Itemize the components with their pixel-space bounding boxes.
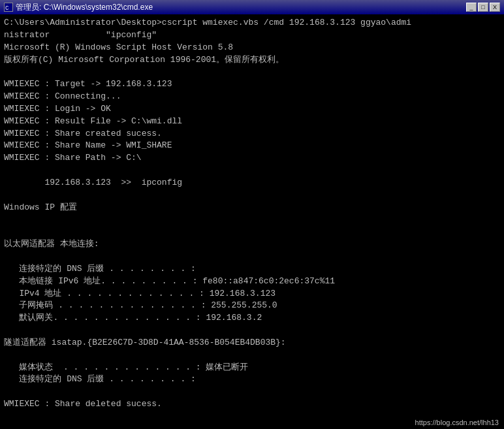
cmd-icon: C bbox=[4, 3, 13, 12]
console-area[interactable]: C:\Users\Administrator\Desktop>cscript w… bbox=[0, 14, 504, 416]
minimize-button[interactable]: _ bbox=[466, 3, 477, 12]
maximize-button[interactable]: □ bbox=[478, 3, 488, 12]
title-bar-left: C 管理员: C:\Windows\system32\cmd.exe bbox=[4, 2, 153, 13]
window: C 管理员: C:\Windows\system32\cmd.exe _ □ X… bbox=[0, 0, 504, 429]
bottom-bar: https://blog.csdn.net/lhh13 bbox=[0, 416, 504, 429]
close-button[interactable]: X bbox=[490, 3, 500, 12]
title-text: 管理员: C:\Windows\system32\cmd.exe bbox=[16, 2, 153, 13]
title-bar-buttons: _ □ X bbox=[466, 3, 500, 12]
console-output: C:\Users\Administrator\Desktop>cscript w… bbox=[4, 17, 500, 416]
title-bar: C 管理员: C:\Windows\system32\cmd.exe _ □ X bbox=[0, 0, 504, 14]
watermark: https://blog.csdn.net/lhh13 bbox=[415, 419, 499, 426]
svg-text:C: C bbox=[5, 5, 9, 11]
